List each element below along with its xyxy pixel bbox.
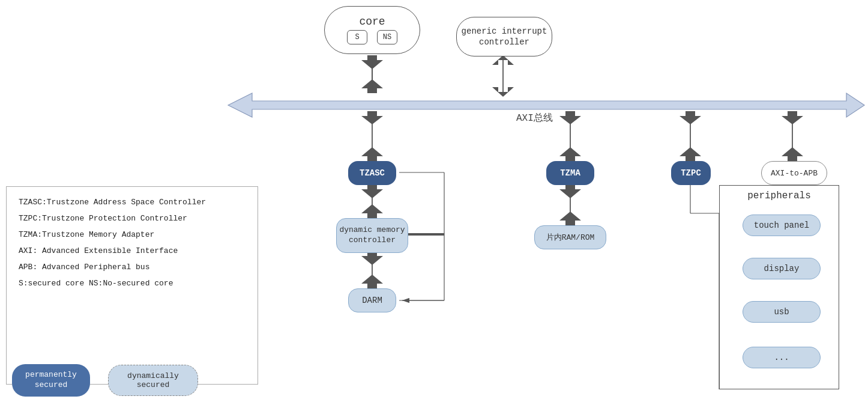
tzma-ram-arrow-down — [559, 184, 581, 198]
core-sub: S NS — [347, 30, 397, 44]
usb-item: usb — [743, 301, 821, 323]
legend-tzasc: TZASC:Trustzone Address Space Controller — [19, 198, 246, 207]
axi-apb-node: AXI-to-APB — [761, 161, 827, 185]
tzma-arrow-up — [559, 147, 581, 161]
tzasc-arrow-up — [361, 147, 383, 161]
core-node: core S NS — [324, 6, 420, 54]
peripherals-box: peripherals touch panel display usb ... — [719, 185, 839, 389]
more-item: ... — [743, 347, 821, 368]
gic-arrow-up — [492, 55, 514, 65]
tzasc-dmc-arrow-down — [361, 184, 383, 198]
display-item: display — [743, 258, 821, 279]
core-label: core — [359, 16, 385, 28]
tzpc-arrow-up — [680, 147, 701, 161]
tzpc-node: TZPC — [671, 161, 711, 185]
touch-panel-item: touch panel — [743, 215, 821, 236]
tzasc-arrow-down — [361, 111, 383, 124]
dmc-node: dynamic memory controller — [336, 218, 408, 253]
tzpc-arrow-down — [680, 111, 701, 124]
core-ns-label: NS — [377, 30, 397, 44]
core-arrow-up — [361, 55, 383, 69]
legend-axi: AXI: Advanced Extensible Interface — [19, 246, 246, 255]
axb-arrow-down — [782, 111, 803, 124]
tzasc-dmc-arrow-up — [361, 204, 383, 218]
axi-label: AXI总线 — [516, 112, 553, 124]
axb-arrow-up — [782, 147, 803, 161]
tzma-ram-arrow-up — [559, 212, 581, 225]
core-s-label: S — [347, 30, 367, 44]
legend-tzpc: TZPC:Trustzone Protection Controller — [19, 214, 246, 223]
legend-apb: APB: Advanced Peripheral bus — [19, 263, 246, 272]
tzma-arrow-down — [559, 111, 581, 124]
legend-tzma: TZMA:Trustzone Memory Adapter — [19, 230, 246, 239]
peripherals-title: peripherals — [720, 186, 839, 205]
legend-box: TZASC:Trustzone Address Space Controller… — [6, 186, 258, 385]
core-arrow-down — [361, 79, 383, 93]
dynamically-secured-badge: dynamically secured — [108, 365, 198, 396]
permanently-secured-badge: permanently secured — [12, 364, 90, 397]
tzma-node: TZMA — [546, 161, 594, 185]
diagram: core S NS generic interrupt controller A… — [222, 0, 868, 414]
legend-sns: S:secured core NS:No-secured core — [19, 279, 246, 288]
darm-node: DARM — [348, 288, 396, 312]
ram-rom-node: 片内RAM/ROM — [534, 225, 606, 249]
gic-arrow-down — [492, 87, 514, 97]
gic-node: generic interrupt controller — [456, 17, 552, 56]
dmc-darm-arrow-up — [361, 275, 383, 288]
legend-items: permanently secured dynamically secured — [12, 364, 198, 397]
tzasc-node: TZASC — [348, 161, 396, 185]
dmc-darm-arrow-down — [361, 251, 383, 265]
